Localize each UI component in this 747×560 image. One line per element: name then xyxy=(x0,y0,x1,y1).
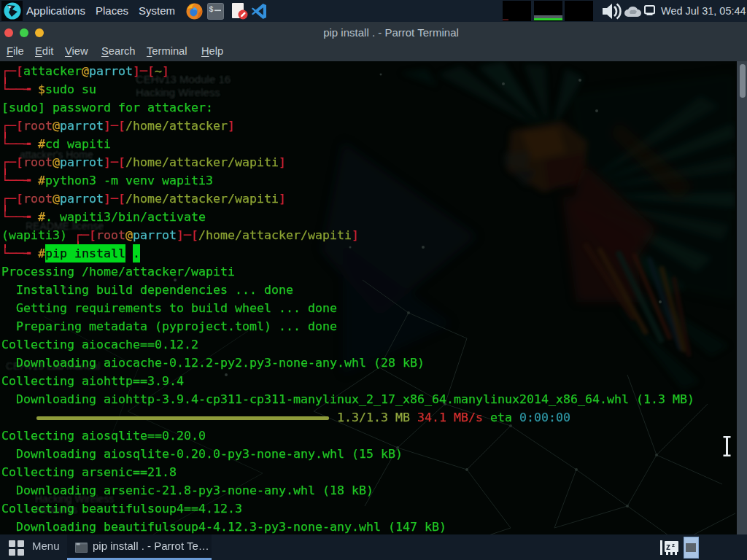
svg-text:z: z xyxy=(666,542,670,552)
svg-text:z: z xyxy=(672,542,675,548)
svg-text:$: $ xyxy=(209,6,214,14)
